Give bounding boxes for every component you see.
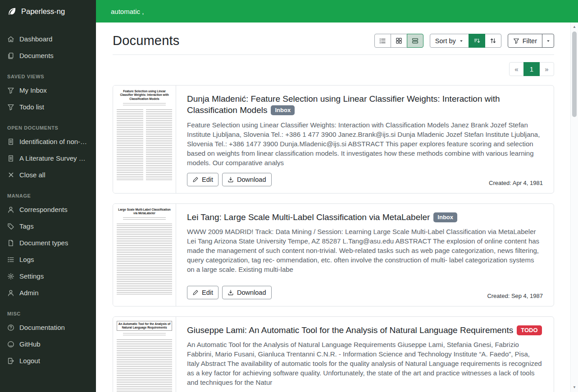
sidebar-heading-misc: MISC [7, 311, 89, 316]
edit-label: Edit [202, 289, 213, 296]
scrollbar-down-arrow[interactable]: ▼ [571, 384, 578, 391]
toolbar: Sort by Filter [374, 34, 554, 48]
sort-descending-button[interactable] [469, 34, 485, 48]
document-thumbnail[interactable]: An Automatic Tool for the Analysis of Na… [113, 317, 176, 392]
home-icon [7, 36, 14, 43]
sidebar-item-github[interactable]: GitHub [0, 336, 96, 352]
edit-button[interactable]: Edit [187, 173, 218, 186]
tag-badge[interactable]: Inbox [271, 105, 295, 115]
page-title: Documents [113, 33, 179, 48]
scrollbar-thumb[interactable] [572, 32, 577, 117]
document-card: Feature Selection using Linear Classifie… [113, 85, 554, 194]
document-excerpt: WWW 2009 MADRID! Track: Data Mining / Se… [187, 227, 543, 274]
scrollbar[interactable]: ▲ ▼ [570, 23, 578, 392]
sidebar-item-open-doc-1[interactable]: Identification of non-fu… [0, 133, 96, 150]
download-label: Download [237, 289, 266, 296]
sidebar-item-logout[interactable]: Logout [0, 352, 96, 369]
edit-label: Edit [202, 176, 213, 183]
sidebar: Paperless-ng Dashboard Documents SAVED V… [0, 0, 96, 392]
app-brand[interactable]: Paperless-ng [0, 0, 96, 23]
tag-badge[interactable]: Inbox [433, 212, 457, 222]
document-card-body: Dunja Mladenić: Feature Selection using … [176, 86, 554, 193]
sidebar-item-label: GitHub [19, 339, 41, 349]
sidebar-item-admin[interactable]: Admin [0, 284, 96, 301]
sidebar-item-document-types[interactable]: Document types [0, 234, 96, 251]
download-icon [228, 176, 234, 183]
download-button[interactable]: Download [222, 286, 272, 299]
sidebar-heading-manage: MANAGE [7, 193, 89, 198]
sidebar-item-settings[interactable]: Settings [0, 268, 96, 284]
sidebar-item-label: Dashboard [19, 34, 52, 44]
sidebar-heading-open-documents: OPEN DOCUMENTS [7, 125, 89, 131]
sidebar-item-label: Settings [19, 271, 44, 281]
search-input[interactable] [111, 8, 567, 15]
sidebar-item-dashboard[interactable]: Dashboard [0, 31, 96, 47]
sidebar-item-open-doc-2[interactable]: A Literature Survey on … [0, 150, 96, 167]
sidebar-item-label: Documents [19, 51, 54, 60]
sidebar-item-logs[interactable]: Logs [0, 251, 96, 268]
download-icon [228, 289, 234, 296]
scrollbar-up-arrow[interactable]: ▲ [571, 23, 578, 30]
list-icon [7, 256, 14, 263]
gear-icon [7, 273, 14, 280]
view-toggle-group [374, 34, 423, 48]
sidebar-item-my-inbox[interactable]: My Inbox [0, 82, 96, 99]
sort-down-icon [473, 37, 480, 44]
chevron-down-icon [459, 39, 464, 43]
created-date: Created: Apr 4, 1981 [489, 180, 543, 186]
sidebar-item-todo-list[interactable]: Todo list [0, 99, 96, 115]
tag-icon [7, 223, 14, 230]
sidebar-item-documentation[interactable]: Documentation [0, 319, 96, 336]
filter-button[interactable]: Filter [508, 34, 542, 48]
saved-view-funnel-icon [7, 104, 14, 111]
sidebar-item-documents[interactable]: Documents [0, 47, 96, 64]
download-button[interactable]: Download [222, 173, 272, 186]
sort-by-label: Sort by [435, 37, 456, 45]
document-card-body: Lei Tang: Large Scale Multi-Label Classi… [176, 204, 554, 306]
pagination-page-1-button[interactable]: 1 [523, 62, 540, 76]
thumbnail-title: Large Scale Multi-Label Classification v… [117, 208, 172, 216]
pencil-icon [192, 176, 199, 183]
sidebar-item-tags[interactable]: Tags [0, 218, 96, 234]
thumbnail-text [117, 109, 172, 181]
thumbnail-text [117, 339, 172, 392]
sidebar-heading-saved-views: SAVED VIEWS [7, 74, 89, 79]
document-card-footer: Edit Download Created: Apr 4, 1981 [187, 167, 543, 186]
created-date: Created: Sep 4, 1987 [487, 293, 543, 299]
filter-label: Filter [523, 37, 537, 45]
sidebar-item-label: Document types [19, 238, 68, 248]
sidebar-item-label: Close all [19, 170, 46, 180]
sort-alpha-icon [490, 37, 496, 44]
document-title-link[interactable]: Dunja Mladenić: Feature Selection using … [187, 94, 500, 115]
sidebar-item-label: Logout [19, 356, 40, 365]
filter-dropdown-toggle[interactable] [542, 34, 554, 48]
details-view-button[interactable] [407, 34, 423, 48]
sidebar-item-label: Correspondents [19, 205, 68, 214]
person-icon [7, 206, 14, 213]
sidebar-item-label: Documentation [19, 323, 65, 332]
document-thumbnail[interactable]: Large Scale Multi-Label Classification v… [113, 204, 176, 306]
document-title: Giuseppe Lami: An Automatic Tool for the… [187, 324, 543, 336]
list-view-button[interactable] [374, 34, 391, 48]
sidebar-item-correspondents[interactable]: Correspondents [0, 201, 96, 218]
sort-by-button[interactable]: Sort by [430, 34, 469, 48]
sidebar-item-label: Logs [19, 255, 34, 264]
tag-badge[interactable]: TODO [517, 325, 542, 335]
document-title-link[interactable]: Lei Tang: Large Scale Multi-Label Classi… [187, 212, 430, 222]
document-title-link[interactable]: Giuseppe Lami: An Automatic Tool for the… [187, 325, 513, 335]
sort-alphabetical-button[interactable] [485, 34, 501, 48]
page-header: Documents Sort by [113, 33, 554, 55]
document-card: An Automatic Tool for the Analysis of Na… [113, 316, 554, 392]
document-thumbnail[interactable]: Feature Selection using Linear Classifie… [113, 86, 176, 193]
pagination-next-button[interactable]: » [539, 62, 554, 76]
edit-button[interactable]: Edit [187, 286, 218, 299]
pagination-prev-button[interactable]: « [509, 62, 524, 76]
sidebar-item-label: Todo list [19, 102, 44, 112]
grid-view-icon [396, 37, 402, 44]
sidebar-item-label: Identification of non-fu… [19, 137, 89, 146]
question-circle-icon [7, 324, 14, 331]
thumbnail-authors [123, 103, 166, 107]
sidebar-item-close-all[interactable]: Close all [0, 167, 96, 183]
documents-icon [7, 52, 14, 59]
grid-view-button[interactable] [391, 34, 407, 48]
